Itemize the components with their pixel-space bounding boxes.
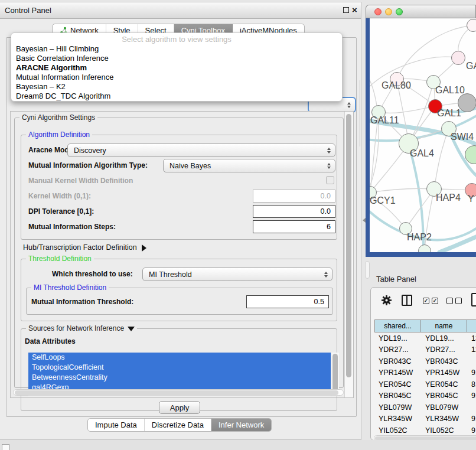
table-cell[interactable]	[467, 402, 476, 413]
table-cell[interactable]: YDL19...	[421, 332, 467, 344]
node-label-gal: GAL	[466, 61, 476, 71]
float-window-icon[interactable]	[343, 7, 349, 13]
select-all-check-icon-2[interactable]: ✓	[432, 298, 438, 304]
dpi-tolerance-field[interactable]: 0.0	[253, 205, 335, 218]
table-row[interactable]: YPR145WYPR145W9.	[374, 367, 476, 379]
table-cell[interactable]: YBL079W	[374, 402, 421, 413]
deselect-all-icon[interactable]	[446, 298, 453, 304]
table-cell[interactable]: YLR345W	[421, 413, 467, 425]
table-row[interactable]: YLR345WYLR345W9.	[374, 413, 476, 425]
tab-discretize-data[interactable]: Discretize Data	[145, 419, 211, 431]
mi-steps-field[interactable]: 6	[253, 220, 335, 233]
algorithm-popup-placeholder: Select algorithm to view settings	[11, 35, 342, 44]
algorithm-option-basic-correlation-inference[interactable]: Basic Correlation Inference	[16, 54, 337, 63]
show-panel-mini-icon[interactable]	[2, 444, 9, 450]
manual-kernel-label: Manual Kernel Width Definition	[28, 177, 133, 185]
attribute-item-betweennesscentrality[interactable]: BetweennessCentrality	[28, 373, 331, 383]
select-all-check-icon[interactable]: ✓	[423, 298, 429, 304]
aracne-mode-value: Discovery	[74, 146, 106, 155]
table-cell[interactable]: YIL052C	[374, 425, 421, 435]
table-cell[interactable]: 12	[467, 344, 476, 356]
column-header-a[interactable]: A	[467, 319, 476, 332]
table-row[interactable]: YDR27...YDR27...12	[374, 344, 476, 356]
column-header-name[interactable]: name	[421, 319, 467, 332]
table-cell[interactable]: YBR043C	[421, 356, 467, 367]
table-cell[interactable]: YDL19...	[374, 332, 421, 344]
attribute-item-topologicalcoefficient[interactable]: TopologicalCoefficient	[28, 363, 331, 373]
algorithm-option-bayesian-hill-climbing[interactable]: Bayesian – Hill Climbing	[16, 44, 337, 54]
deselect-all-icon-2[interactable]	[455, 298, 462, 304]
column-layout-icon[interactable]	[402, 295, 412, 306]
apply-button[interactable]: Apply	[159, 401, 200, 414]
settings-gear-icon[interactable]	[381, 295, 392, 308]
table-header-row: shared...nameA	[374, 319, 476, 332]
panel-splitter-handle[interactable]	[363, 218, 366, 223]
table-cell[interactable]: 9	[467, 425, 476, 435]
table-cell[interactable]: YIL052C	[421, 425, 467, 435]
table-cell[interactable]: YDR27...	[421, 344, 467, 356]
table-cell[interactable]: YDR27...	[374, 344, 421, 356]
sources-title[interactable]: Sources for Network Inference	[26, 324, 137, 332]
table-cell[interactable]: YBR045C	[421, 390, 467, 402]
table-row[interactable]: YER054CYER054C8.	[374, 379, 476, 390]
node-label-gal80: GAL80	[382, 80, 411, 91]
table-row[interactable]: YBL079WYBL079W	[374, 402, 476, 413]
algorithm-definition-group: Algorithm Definition Aracne Mode: Discov…	[21, 135, 337, 240]
node-label-gal10: GAL10	[435, 85, 465, 96]
close-icon[interactable]: ×	[352, 5, 357, 15]
network-node-gal[interactable]	[451, 51, 465, 65]
attributes-scrollbar-thumb[interactable]	[332, 354, 338, 394]
table-cell[interactable]: 9.	[467, 390, 476, 402]
stepper-icon	[327, 148, 331, 154]
new-table-page-icon[interactable]	[471, 293, 476, 306]
table-cell[interactable]: YER054C	[374, 379, 421, 390]
table-cell[interactable]: 13	[467, 332, 476, 344]
settings-hscrollbar-thumb[interactable]	[15, 390, 338, 395]
algorithm-option-bayesian-k2[interactable]: Bayesian – K2	[16, 82, 337, 92]
table-cell[interactable]: 9.	[467, 413, 476, 425]
table-row[interactable]: YDL19...YDL19...13	[374, 332, 476, 344]
manual-kernel-checkbox[interactable]	[326, 176, 334, 184]
network-canvas[interactable]: GALGAL80GAL10GAL1GAL11SWI4GAL4GCY1HAP4YH…	[370, 18, 476, 252]
zoom-traffic-light[interactable]	[396, 8, 403, 15]
tab-infer-network[interactable]: Infer Network	[211, 419, 271, 431]
kernel-width-field[interactable]: 0.0	[253, 190, 335, 203]
mi-threshold-label: Mutual Information Threshold:	[31, 298, 133, 306]
table-cell[interactable]: 9.	[467, 367, 476, 379]
control-panel-titlebar: Control Panel ×	[0, 2, 361, 19]
mi-threshold-field[interactable]: 0.5	[246, 295, 329, 308]
algorithm-popup-items: Bayesian – Hill ClimbingBasic Correlatio…	[16, 44, 337, 101]
table-cell[interactable]: YBL079W	[421, 402, 467, 413]
tab-impute-data[interactable]: Impute Data	[88, 419, 145, 431]
table-cell[interactable]: YBR045C	[374, 390, 421, 402]
settings-scrollbar-thumb[interactable]	[346, 114, 351, 377]
table-cell[interactable]: YLR345W	[374, 413, 421, 425]
mi-type-combo[interactable]: Naive Bayes	[163, 159, 335, 172]
settings-vertical-scrollbar	[344, 112, 353, 397]
minimize-traffic-light[interactable]	[385, 8, 392, 15]
hub-definition-expander[interactable]: Hub/Transcription Factor Definition	[23, 243, 146, 252]
column-header-shared[interactable]: shared...	[374, 319, 421, 332]
mi-type-value: Naive Bayes	[169, 162, 211, 170]
algorithm-option-dream8-dc-tdc-algorithm[interactable]: Dream8 DC_TDC Algorithm	[16, 92, 337, 101]
algorithm-option-aracne-algorithm[interactable]: ARACNE Algorithm	[16, 63, 337, 73]
aracne-mode-combo[interactable]: Discovery	[67, 144, 335, 157]
which-threshold-combo[interactable]: MI Threshold	[142, 268, 332, 281]
table-cell[interactable]	[467, 356, 476, 367]
attribute-item-selfloops[interactable]: SelfLoops	[28, 353, 331, 363]
table-row[interactable]: YBR045CYBR045C9.	[374, 390, 476, 402]
dpi-tolerance-label: DPI Tolerance [0,1]:	[28, 207, 94, 216]
node-label-gal1: GAL1	[437, 108, 461, 119]
table-cell[interactable]: YPR145W	[374, 367, 421, 379]
network-node[interactable]	[458, 93, 476, 112]
table-cell[interactable]: YPR145W	[421, 367, 467, 379]
table-row[interactable]: YIL052CYIL052C9	[374, 425, 476, 435]
algorithm-option-mutual-information-inference[interactable]: Mutual Information Inference	[16, 73, 337, 82]
network-node[interactable]	[467, 19, 476, 32]
close-traffic-light[interactable]	[374, 8, 382, 15]
table-cell[interactable]: YBR043C	[374, 356, 421, 367]
table-cell[interactable]: 8.	[467, 379, 476, 390]
table-cell[interactable]: YER054C	[421, 379, 467, 390]
kernel-width-value: 0.0	[321, 192, 331, 200]
table-row[interactable]: YBR043CYBR043C	[374, 356, 476, 367]
